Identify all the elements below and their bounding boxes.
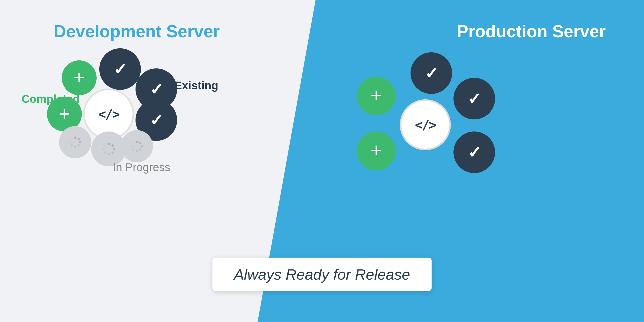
plus-icon: + xyxy=(74,68,85,87)
right-dark-check-top: ✓ xyxy=(411,52,452,94)
bottom-banner: Always Ready for Release xyxy=(213,258,432,291)
left-dark-check-top: ✓ xyxy=(99,48,141,90)
svg-point-6 xyxy=(69,141,71,143)
plus-icon: + xyxy=(371,85,382,105)
existing-label: Existing xyxy=(174,79,218,92)
check-icon: ✓ xyxy=(114,60,127,79)
svg-point-8 xyxy=(108,143,110,145)
right-green-plus-bottom: + xyxy=(357,131,396,170)
svg-point-7 xyxy=(71,138,73,140)
svg-point-10 xyxy=(113,148,115,150)
right-panel-title: Production Server xyxy=(451,21,612,41)
svg-point-12 xyxy=(108,153,110,155)
svg-point-0 xyxy=(74,137,76,139)
plus-icon: + xyxy=(371,140,382,160)
svg-point-11 xyxy=(111,151,114,154)
svg-point-14 xyxy=(102,148,105,150)
svg-point-13 xyxy=(104,151,106,154)
right-dark-check-right-bottom: ✓ xyxy=(453,131,495,173)
svg-point-18 xyxy=(141,145,143,147)
svg-point-5 xyxy=(71,144,73,147)
svg-point-16 xyxy=(136,141,138,143)
inprogress-label: In Progress xyxy=(113,161,170,174)
check-icon: ✓ xyxy=(468,89,481,108)
right-green-plus-top: + xyxy=(357,76,396,115)
right-dark-check-right-top: ✓ xyxy=(453,78,495,119)
left-panel-title: Development Server xyxy=(54,21,220,41)
svg-point-22 xyxy=(131,145,133,147)
svg-point-20 xyxy=(136,150,138,152)
svg-point-4 xyxy=(74,146,76,148)
right-code-circle: </> xyxy=(400,99,451,150)
svg-point-23 xyxy=(132,142,134,144)
check-icon: ✓ xyxy=(150,80,163,99)
code-icon: </> xyxy=(415,117,436,132)
spinner-icon xyxy=(101,142,116,156)
code-icon: </> xyxy=(98,107,119,122)
plus-icon: + xyxy=(59,104,70,123)
left-green-plus-top: + xyxy=(62,60,97,95)
svg-point-1 xyxy=(78,138,80,140)
svg-point-9 xyxy=(111,144,114,147)
spinner-icon xyxy=(130,140,144,153)
check-icon: ✓ xyxy=(425,64,438,83)
left-gray-inprogress-1 xyxy=(59,126,91,158)
completed-label: Completed xyxy=(21,93,80,105)
check-icon: ✓ xyxy=(150,111,163,130)
svg-point-3 xyxy=(78,144,80,147)
left-gray-inprogress-3 xyxy=(121,130,153,162)
bottom-banner-text: Always Ready for Release xyxy=(234,266,410,283)
spinner-icon xyxy=(68,136,82,149)
svg-point-2 xyxy=(79,141,81,143)
svg-point-19 xyxy=(139,148,141,151)
check-icon: ✓ xyxy=(468,143,481,162)
svg-point-21 xyxy=(132,148,134,151)
svg-point-17 xyxy=(139,142,141,144)
main-container: Development Server Production Server </>… xyxy=(0,0,644,322)
svg-point-15 xyxy=(104,144,106,147)
